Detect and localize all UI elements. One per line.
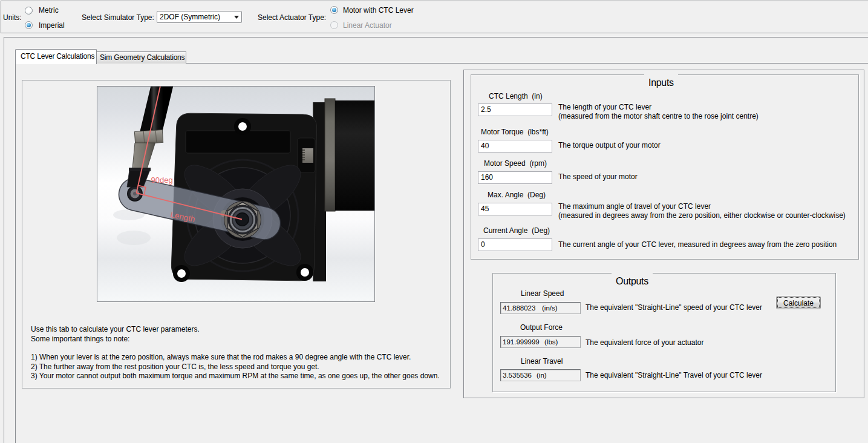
svg-text:90deg: 90deg [151, 176, 173, 185]
